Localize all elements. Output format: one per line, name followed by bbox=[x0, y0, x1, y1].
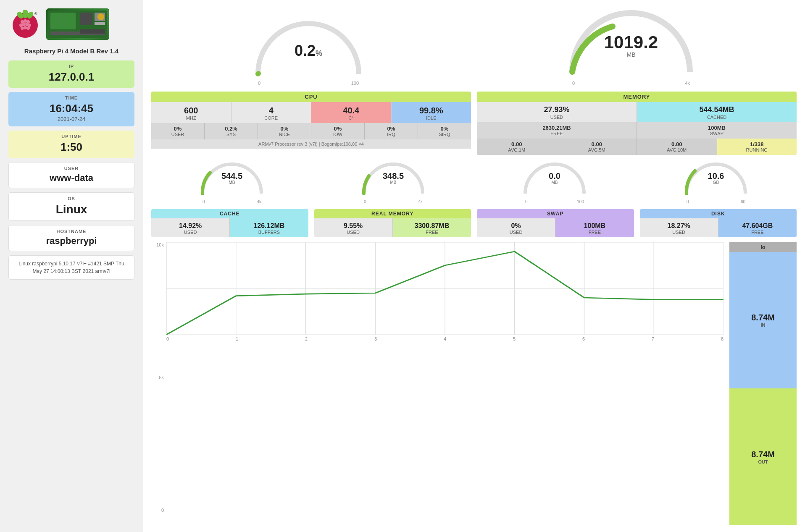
realmem-gauge-unit: MB bbox=[383, 180, 404, 185]
swap-free-val: 100MB bbox=[557, 222, 632, 230]
mem-swap-val: 100MB bbox=[638, 125, 796, 131]
cpu-user-lbl: USER bbox=[171, 132, 184, 137]
swap-free-lbl: FREE bbox=[589, 230, 601, 235]
cache-used-lbl: USED bbox=[184, 230, 197, 235]
cpu-idle-val: 99.8% bbox=[393, 105, 470, 115]
disk-used-val: 18.27% bbox=[642, 222, 716, 230]
memory-header: MEMORY bbox=[477, 92, 797, 102]
mem-avg10m-val: 0.00 bbox=[638, 141, 716, 147]
mem-swap-cell: 100MB SWAP bbox=[637, 122, 797, 139]
user-label: USER bbox=[14, 166, 129, 171]
cpu-gauge-axis: 0 100 bbox=[250, 81, 367, 86]
cpu-sys-lbl: SYS bbox=[226, 132, 236, 137]
cpu-irq-val: 0% bbox=[366, 126, 417, 132]
mem-gauge: 1019.2 MB 0 4k bbox=[564, 7, 698, 86]
swap-free-cell: 100MB FREE bbox=[555, 218, 634, 237]
right-panel: 0.2% 0 100 101 bbox=[143, 0, 805, 532]
mem-gauge-svg: 1019.2 MB bbox=[564, 7, 698, 80]
cpu-gauge: 0.2% 0 100 bbox=[250, 15, 367, 86]
cpu-mhz-val: 600 bbox=[153, 105, 229, 115]
chart-x-2: 2 bbox=[305, 336, 308, 341]
svg-point-13 bbox=[24, 26, 27, 29]
cpu-gauge-svg: 0.2% bbox=[250, 15, 367, 80]
chart-y-max: 10k bbox=[156, 242, 164, 247]
cache-used-val: 14.92% bbox=[153, 222, 228, 230]
uptime-label: UPTIME bbox=[13, 134, 129, 139]
cpu-sirq-cell: 0% SIRQ bbox=[418, 123, 471, 139]
network-chart-svg bbox=[166, 242, 723, 335]
middle-gauges-row: 544.5 MB 0 4k 348.5 bbox=[151, 160, 797, 204]
date-value: 2021-07-24 bbox=[13, 116, 129, 122]
chart-x-4: 4 bbox=[444, 336, 446, 341]
chart-x-3: 3 bbox=[374, 336, 377, 341]
mem-row2: 2630.21MB FREE 100MB SWAP bbox=[477, 122, 797, 139]
cpu-detail-row: 0% USER 0.2% SYS 0% NICE 0% IOW bbox=[151, 123, 471, 139]
network-out-lbl: OUT bbox=[758, 459, 768, 464]
mem-free-cell: 2630.21MB FREE bbox=[477, 122, 637, 139]
disk-gauge-axis: 0 60 bbox=[682, 199, 750, 204]
swap-used-val: 0% bbox=[479, 222, 553, 230]
cache-gauge: 544.5 MB 0 4k bbox=[198, 160, 266, 204]
chart-x-axis: 0 1 2 3 4 5 6 7 8 bbox=[166, 336, 723, 341]
network-interface: lo bbox=[729, 242, 797, 252]
svg-point-14 bbox=[26, 26, 30, 30]
hostname-card: HOSTNAME raspberrypi bbox=[8, 225, 134, 251]
cpu-iow-val: 0% bbox=[312, 126, 363, 132]
cpu-temp-lbl: C° bbox=[313, 115, 389, 121]
cache-gauge-val: 544.5 bbox=[221, 172, 242, 180]
mem-cached-lbl: CACHED bbox=[639, 115, 795, 120]
cache-gauge-unit: MB bbox=[221, 180, 242, 185]
chart-x-5: 5 bbox=[513, 336, 516, 341]
cpu-core-cell: 4 CORE bbox=[232, 102, 312, 123]
cpu-core-lbl: CORE bbox=[233, 115, 310, 121]
network-panel: lo 8.74M IN 8.74M OUT bbox=[729, 242, 797, 525]
chart-x-6: 6 bbox=[582, 336, 585, 341]
realmem-free-val: 3300.87MB bbox=[395, 222, 469, 230]
cpu-sirq-val: 0% bbox=[419, 126, 470, 132]
disk-gauge-val: 10.6 bbox=[708, 172, 724, 180]
disk-used-lbl: USED bbox=[672, 230, 685, 235]
cache-gauge-axis: 0 4k bbox=[198, 199, 266, 204]
cpu-mhz-lbl: MHz bbox=[153, 115, 229, 121]
svg-rect-20 bbox=[95, 22, 105, 25]
swap-gauge-val: 0.0 bbox=[549, 172, 560, 180]
realmem-free-lbl: FREE bbox=[426, 230, 438, 235]
mem-avg5m-lbl: AVG.5M bbox=[588, 147, 605, 152]
network-out-val: 8.74M bbox=[751, 450, 775, 459]
time-label: TIME bbox=[13, 95, 129, 100]
network-in-panel: 8.74M IN bbox=[729, 252, 797, 389]
realmem-gauge: 348.5 MB 0 4k bbox=[360, 160, 427, 204]
swap-section: SWAP 0% USED 100MB FREE bbox=[477, 209, 634, 237]
cpu-user-cell: 0% USER bbox=[151, 123, 205, 139]
cpu-user-val: 0% bbox=[152, 126, 203, 132]
svg-point-22 bbox=[97, 13, 104, 20]
swap-gauge-svg-wrap: 0.0 MB bbox=[521, 160, 588, 199]
mem-used-cell: 27.93% USED bbox=[477, 102, 637, 122]
cpu-sys-val: 0.2% bbox=[205, 126, 257, 132]
mem-free-val: 2630.21MB bbox=[478, 125, 636, 131]
realmem-used-lbl: USED bbox=[347, 230, 360, 235]
cpu-idle-cell: 99.8% IDLE bbox=[392, 102, 471, 123]
cpu-idle-lbl: IDLE bbox=[393, 115, 470, 121]
cpu-temp-val: 40.4 bbox=[313, 105, 389, 115]
swap-stats-row: 0% USED 100MB FREE bbox=[477, 218, 634, 237]
cache-buf-lbl: BUFFERS bbox=[258, 230, 280, 235]
rpi-logo-icon: ® bbox=[8, 8, 42, 40]
mem-running-cell: 1/338 RUNNING bbox=[717, 139, 797, 155]
chart-x-0: 0 bbox=[166, 336, 169, 341]
realmem-used-cell: 9.55% USED bbox=[314, 218, 393, 237]
cpu-header: CPU bbox=[151, 92, 471, 102]
mem-avg10m-lbl: AVG.10M bbox=[667, 147, 687, 152]
user-card: USER www-data bbox=[8, 162, 134, 188]
os-value: Linux bbox=[14, 203, 129, 216]
cache-gauge-svg-wrap: 544.5 MB bbox=[198, 160, 266, 199]
mem-avg1m-val: 0.00 bbox=[478, 141, 556, 147]
mem-cached-cell: 544.54MB CACHED bbox=[637, 102, 797, 122]
disk-stats-row: 18.27% USED 47.604GB FREE bbox=[640, 218, 797, 237]
disk-free-val: 47.604GB bbox=[720, 222, 795, 230]
mem-avg10m-cell: 0.00 AVG.10M bbox=[637, 139, 717, 155]
cpu-nice-lbl: NICE bbox=[279, 132, 290, 137]
top-gauges-row: 0.2% 0 100 101 bbox=[151, 7, 797, 86]
disk-section-header: DISK bbox=[640, 209, 797, 218]
disk-gauge-unit: GB bbox=[708, 180, 724, 185]
